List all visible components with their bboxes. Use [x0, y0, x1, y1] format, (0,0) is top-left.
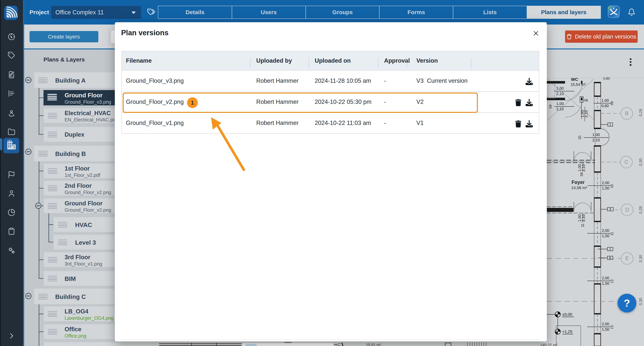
svg-text:0,30: 0,30: [638, 255, 643, 263]
svg-text:1,00: 1,00: [580, 110, 584, 118]
svg-text:11: 11: [581, 223, 584, 227]
svg-text:14,58 m²: 14,58 m²: [571, 185, 587, 190]
svg-text:04: 04: [548, 105, 552, 108]
svg-text:2,00: 2,00: [602, 322, 609, 326]
svg-text:1,00: 1,00: [556, 86, 564, 90]
svg-text:11: 11: [610, 232, 614, 236]
svg-text:B: B: [625, 110, 629, 116]
svg-text:2,10: 2,10: [556, 107, 564, 111]
svg-text:09: 09: [610, 101, 614, 105]
svg-text:1,50: 1,50: [602, 186, 609, 190]
svg-text:13: 13: [610, 325, 614, 329]
svg-text:1,00: 1,00: [556, 101, 564, 106]
svg-text:1,50: 1,50: [602, 327, 609, 332]
svg-text:2,00: 2,00: [602, 276, 609, 280]
svg-text:15,54 m²: 15,54 m²: [570, 82, 586, 87]
svg-text:1,50: 1,50: [602, 281, 609, 286]
svg-text:Foyer: Foyer: [572, 180, 584, 185]
svg-text:2: 2: [609, 248, 611, 251]
svg-text:0,29: 0,29: [638, 206, 643, 214]
svg-text:0,29: 0,29: [638, 109, 643, 116]
svg-text:1: 1: [610, 123, 611, 126]
svg-text:15,01 m²: 15,01 m²: [366, 343, 381, 346]
svg-text:0,80: 0,80: [602, 104, 609, 108]
svg-text:06: 06: [584, 98, 588, 102]
svg-text:E: E: [626, 255, 629, 261]
svg-text:140,37 m²: 140,37 m²: [540, 343, 557, 346]
svg-text:0,30: 0,30: [638, 298, 643, 305]
svg-text:WC: WC: [571, 77, 578, 82]
svg-text:1,00: 1,00: [592, 133, 600, 137]
svg-text:C: C: [624, 159, 628, 165]
svg-text:D: D: [625, 207, 629, 213]
svg-text:9: 9: [609, 256, 611, 260]
svg-text:2,10: 2,10: [581, 164, 586, 172]
svg-text:12: 12: [610, 279, 614, 283]
svg-text:0,80: 0,80: [603, 77, 610, 80]
svg-text:09: 09: [580, 172, 584, 176]
svg-text:+1,25: +1,25: [562, 329, 572, 334]
svg-text:1,00: 1,00: [578, 164, 582, 172]
svg-text:2,10: 2,10: [581, 214, 586, 222]
svg-text:9: 9: [610, 208, 611, 211]
svg-text:1,00: 1,00: [602, 98, 609, 102]
svg-text:1,50: 1,50: [602, 234, 609, 238]
svg-text:2,10: 2,10: [592, 138, 600, 142]
svg-text:2,00: 2,00: [602, 228, 609, 233]
svg-text:2,00: 2,00: [602, 181, 609, 185]
svg-text:2,10: 2,10: [556, 92, 564, 96]
svg-text:20: 20: [578, 136, 582, 139]
svg-text:10: 10: [610, 184, 614, 188]
svg-text:1,00: 1,00: [578, 214, 582, 222]
svg-text:0,30: 0,30: [638, 158, 643, 166]
svg-text:2,10: 2,10: [584, 110, 588, 118]
svg-text:±0,00: ±0,00: [562, 312, 572, 317]
